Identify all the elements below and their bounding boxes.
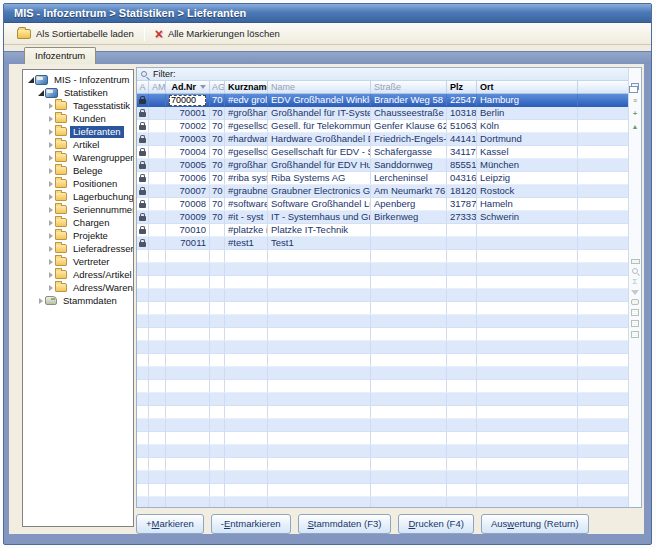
column-header-plz[interactable]: Plz bbox=[447, 81, 477, 93]
collapsed-arrow-icon[interactable] bbox=[46, 129, 55, 135]
collapsed-arrow-icon[interactable] bbox=[46, 285, 55, 291]
table-row[interactable]: 7000870#softwareSoftware Großhandel Lübk… bbox=[137, 198, 628, 211]
tree-item-chargen[interactable]: Chargen bbox=[23, 216, 133, 229]
auswertung-return-button[interactable]: Auswertung (Return) bbox=[481, 514, 589, 534]
empty-table-row[interactable] bbox=[137, 328, 628, 341]
tree-item-seriennummern[interactable]: Seriennummern bbox=[23, 203, 133, 216]
toolbar-button-alle-markierungen-löschen[interactable]: ×Alle Markierungen löschen bbox=[148, 26, 287, 41]
table-row[interactable]: 7000970#it - systIT - Systemhaus und Gro… bbox=[137, 211, 628, 224]
collapsed-arrow-icon[interactable] bbox=[46, 194, 55, 200]
tree-item-artikel[interactable]: Artikel bbox=[23, 138, 133, 151]
tree-item-warengruppen[interactable]: Warengruppen bbox=[23, 151, 133, 164]
scroll-top-icon[interactable]: ▲ bbox=[632, 123, 639, 131]
table-row[interactable]: 7000370#hardwareHardware Großhandel Dort… bbox=[137, 133, 628, 146]
collapsed-arrow-icon[interactable] bbox=[46, 259, 55, 265]
tree-item-projekte[interactable]: Projekte bbox=[23, 229, 133, 242]
collapsed-arrow-icon[interactable] bbox=[46, 272, 55, 278]
empty-table-row[interactable] bbox=[137, 445, 628, 458]
empty-table-row[interactable] bbox=[137, 315, 628, 328]
table-view-icon[interactable] bbox=[631, 309, 639, 316]
column-chooser-icon[interactable] bbox=[631, 83, 639, 90]
collapsed-arrow-icon[interactable] bbox=[46, 103, 55, 109]
table-row[interactable]: 7000570#großhandeGroßhandel für EDV Hutn… bbox=[137, 159, 628, 172]
empty-table-row[interactable] bbox=[137, 432, 628, 445]
empty-table-row[interactable] bbox=[137, 302, 628, 315]
table-row[interactable]: 7000770#graubnerGraubner Electronics Gmb… bbox=[137, 185, 628, 198]
drucken-f4-button[interactable]: Drucken (F4) bbox=[398, 514, 473, 534]
column-header-strasse[interactable]: Straße bbox=[371, 81, 447, 93]
markieren-button[interactable]: + Markieren bbox=[136, 514, 204, 534]
column-header-kurzname[interactable]: Kurzname bbox=[225, 81, 268, 93]
stammdaten-f3-button[interactable]: Stammdaten (F3) bbox=[298, 514, 392, 534]
collapsed-arrow-icon[interactable] bbox=[46, 246, 55, 252]
table-row[interactable]: 7000070#edv großhEDV Großhandel Winkler … bbox=[137, 94, 628, 107]
cell-lock bbox=[137, 315, 149, 327]
empty-table-row[interactable] bbox=[137, 406, 628, 419]
empty-table-row[interactable] bbox=[137, 289, 628, 302]
tab-infozentrum[interactable]: Infozentrum bbox=[24, 47, 96, 64]
empty-table-row[interactable] bbox=[137, 380, 628, 393]
empty-table-row[interactable] bbox=[137, 393, 628, 406]
table-row[interactable]: 7000670#riba systRiba Systems AGLercheni… bbox=[137, 172, 628, 185]
tree-item-lieferadressen[interactable]: Lieferadressen bbox=[23, 242, 133, 255]
empty-table-row[interactable] bbox=[137, 484, 628, 497]
comment-icon[interactable] bbox=[631, 299, 639, 305]
tree-item-lieferanten[interactable]: Lieferanten bbox=[23, 125, 133, 138]
tree-item-mis-infozentrum[interactable]: MIS - Infozentrum bbox=[23, 73, 133, 86]
tree-item-kunden[interactable]: Kunden bbox=[23, 112, 133, 125]
collapsed-arrow-icon[interactable] bbox=[46, 207, 55, 213]
table-view-icon[interactable] bbox=[631, 331, 639, 338]
empty-table-row[interactable] bbox=[137, 276, 628, 289]
table-row[interactable]: 7000170#großhandeGroßhandel für IT-Syste… bbox=[137, 107, 628, 120]
table-view-icon[interactable] bbox=[631, 320, 639, 327]
table-row[interactable]: 7000270#gesellschGesell. für Telekommuni… bbox=[137, 120, 628, 133]
collapsed-arrow-icon[interactable] bbox=[46, 116, 55, 122]
collapsed-arrow-icon[interactable] bbox=[36, 298, 45, 304]
zoom-icon[interactable] bbox=[632, 268, 638, 274]
empty-table-row[interactable] bbox=[137, 471, 628, 484]
collapsed-arrow-icon[interactable] bbox=[46, 233, 55, 239]
table-row[interactable]: 7000470#gesellschGesellschaft für EDV - … bbox=[137, 146, 628, 159]
empty-table-row[interactable] bbox=[137, 458, 628, 471]
column-header-name[interactable]: Name bbox=[268, 81, 371, 93]
tree-item-adress-warengruppen[interactable]: Adress/Warengruppen bbox=[23, 281, 133, 294]
tree-item-stammdaten[interactable]: Stammdaten bbox=[23, 294, 133, 307]
collapsed-arrow-icon[interactable] bbox=[46, 220, 55, 226]
expanded-arrow-icon[interactable] bbox=[36, 90, 45, 96]
empty-table-row[interactable] bbox=[137, 250, 628, 263]
tree-item-adress-artikel[interactable]: Adress/Artikel bbox=[23, 268, 133, 281]
sum-icon[interactable]: Σ bbox=[633, 278, 638, 286]
empty-table-row[interactable] bbox=[137, 263, 628, 276]
collapse-icon[interactable]: ≡ bbox=[633, 97, 637, 105]
tree-item-lagerbuchungen[interactable]: Lagerbuchungen bbox=[23, 190, 133, 203]
tree-item-statistiken[interactable]: Statistiken bbox=[23, 86, 133, 99]
collapsed-arrow-icon[interactable] bbox=[46, 181, 55, 187]
empty-table-row[interactable] bbox=[137, 367, 628, 380]
collapsed-arrow-icon[interactable] bbox=[46, 155, 55, 161]
table-row[interactable]: 70011#test1Test1 bbox=[137, 237, 628, 250]
filter-icon[interactable] bbox=[631, 290, 639, 295]
column-header-ort[interactable]: Ort bbox=[477, 81, 578, 93]
collapsed-arrow-icon[interactable] bbox=[46, 142, 55, 148]
column-header-am[interactable]: AM bbox=[149, 81, 166, 93]
column-header-adnr[interactable]: Ad.Nr bbox=[166, 81, 210, 93]
toolbar-button-als-sortiertabelle-laden[interactable]: Als Sortiertabelle laden bbox=[10, 26, 141, 41]
tree-item-belege[interactable]: Belege bbox=[23, 164, 133, 177]
tree-item-positionen[interactable]: Positionen bbox=[23, 177, 133, 190]
adnr-edit-field[interactable]: 70000 bbox=[169, 95, 206, 106]
entmarkieren-button[interactable]: - Entmarkieren bbox=[211, 514, 291, 534]
table-row[interactable]: 70010#platzke iPlatzke IT-Technik bbox=[137, 224, 628, 237]
column-header-ag[interactable]: AG bbox=[210, 81, 225, 93]
empty-table-row[interactable] bbox=[137, 497, 628, 507]
filter-row[interactable]: Filter: bbox=[137, 68, 628, 81]
empty-table-row[interactable] bbox=[137, 341, 628, 354]
empty-table-row[interactable] bbox=[137, 354, 628, 367]
empty-table-row[interactable] bbox=[137, 419, 628, 432]
tree-item-tagesstatistik[interactable]: Tagesstatistik bbox=[23, 99, 133, 112]
expanded-arrow-icon[interactable] bbox=[26, 77, 35, 83]
ruler-icon[interactable] bbox=[631, 259, 640, 264]
column-header-lock[interactable]: A bbox=[137, 81, 149, 93]
add-row-icon[interactable]: + bbox=[633, 110, 637, 118]
collapsed-arrow-icon[interactable] bbox=[46, 168, 55, 174]
tree-item-vertreter[interactable]: Vertreter bbox=[23, 255, 133, 268]
